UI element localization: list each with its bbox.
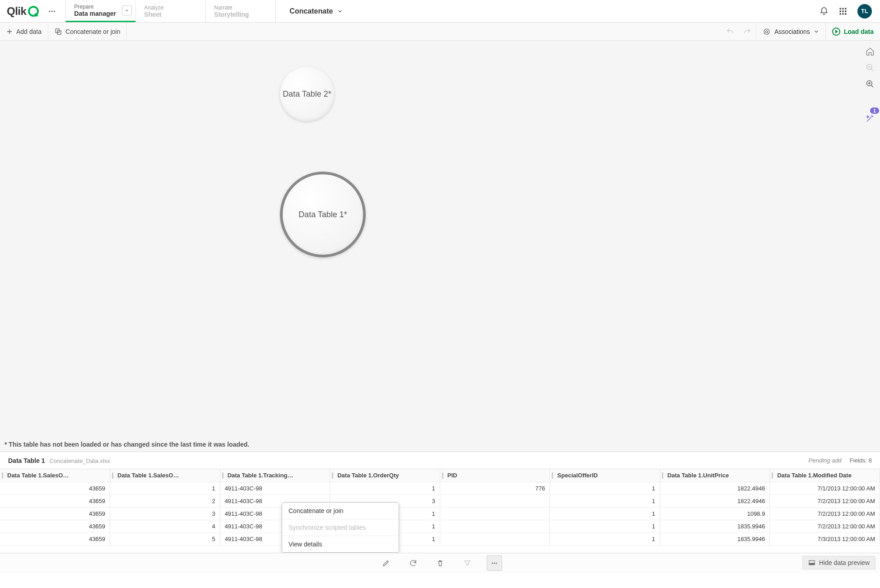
pending-status-label: Pending add [809, 457, 842, 464]
table-row[interactable]: 4365924911-403C-98311822.49467/2/2013 12… [0, 495, 880, 507]
zoom-in-icon[interactable] [866, 79, 875, 89]
header-right-icons: TL [811, 0, 880, 22]
notifications-icon[interactable] [819, 7, 829, 16]
load-data-button[interactable]: Load data [825, 23, 880, 40]
associations-canvas[interactable]: Data Table 2* Data Table 1* * This table… [0, 41, 880, 452]
column-header[interactable]: Data Table 1.OrderQty [330, 469, 440, 482]
redo-button [739, 28, 756, 36]
undo-button [722, 28, 739, 36]
table-cell: 5 [110, 532, 220, 545]
table-bubble-data-table-2[interactable]: Data Table 2* [280, 67, 334, 121]
chevron-down-icon[interactable] [122, 5, 132, 15]
table-cell: 1 [550, 520, 660, 532]
svg-rect-8 [845, 10, 846, 12]
preview-toolbar: Hide data preview [0, 553, 880, 573]
logo-section: Qlik [0, 0, 65, 22]
nav-tab-storytelling[interactable]: NarrateStorytelling [205, 0, 275, 22]
column-header[interactable]: Data Table 1.Tracking… [220, 469, 330, 482]
table-row[interactable]: 4365914911-403C-98177611822.49467/1/2013… [0, 482, 880, 495]
menu-item-concatenate-or-join[interactable]: Concatenate or join [282, 503, 399, 519]
table-cell: 1 [550, 495, 660, 507]
concatenate-join-label: Concatenate or join [65, 28, 120, 35]
table-cell: 1098.9 [660, 507, 770, 520]
home-icon[interactable] [866, 47, 875, 56]
global-more-icon[interactable] [45, 7, 59, 15]
user-avatar[interactable]: TL [857, 4, 872, 19]
recommendations-button[interactable]: 1 [866, 114, 875, 123]
canvas-tools: 1 [860, 41, 880, 123]
nav-tab-sheet[interactable]: AnalyzeSheet [135, 0, 205, 22]
delete-icon[interactable] [433, 555, 448, 571]
magic-wand-icon [866, 114, 875, 123]
table-context-menu: Concatenate or joinSynchronize scripted … [282, 502, 399, 553]
more-options-icon[interactable] [487, 555, 502, 571]
nav-tabs: PrepareData managerAnalyzeSheetNarrateSt… [65, 0, 275, 22]
table-cell: 1 [550, 507, 660, 520]
table-cell: 1 [110, 482, 220, 495]
hide-preview-label: Hide data preview [819, 559, 870, 566]
action-bar: Add data Concatenate or join Association… [0, 23, 880, 41]
table-cell: 2 [110, 495, 220, 507]
load-data-label: Load data [844, 28, 874, 35]
table-cell: 43659 [0, 520, 110, 532]
table-cell: 43659 [0, 495, 110, 507]
table-bubble-data-table-1[interactable]: Data Table 1* [280, 172, 366, 257]
table-row[interactable]: 4365934911-403C-98111098.97/2/2013 12:00… [0, 507, 880, 520]
table-cell: 43659 [0, 532, 110, 545]
refresh-icon[interactable] [405, 555, 421, 571]
svg-rect-3 [840, 8, 841, 9]
zoom-out-icon[interactable] [866, 63, 875, 72]
associations-dropdown[interactable]: Associations [756, 23, 825, 40]
table-row[interactable]: 4365954911-403C-98111835.99467/3/2013 12… [0, 532, 880, 545]
svg-point-19 [494, 563, 495, 564]
logo-text: Qlik [7, 5, 26, 18]
column-header[interactable]: Data Table 1.SalesO… [110, 469, 220, 482]
fields-count-label: Fields: 8 [850, 457, 872, 464]
app-name-dropdown[interactable]: Concatenate [275, 0, 811, 22]
svg-point-0 [49, 10, 51, 12]
column-header[interactable]: Data Table 1.SalesO… [0, 469, 110, 482]
svg-rect-4 [842, 8, 843, 9]
svg-point-18 [492, 563, 493, 564]
concatenate-join-button[interactable]: Concatenate or join [48, 23, 127, 40]
column-header[interactable]: SpecialOfferID [550, 469, 660, 482]
preview-table-name: Data Table 1 [8, 457, 45, 464]
nav-tab-data-manager[interactable]: PrepareData manager [65, 0, 135, 22]
add-data-button[interactable]: Add data [0, 23, 48, 40]
table-cell: 7/3/2013 12:00:00 AM [770, 532, 880, 545]
app-name-label: Concatenate [289, 7, 333, 15]
tab-category: Analyze [144, 5, 197, 11]
app-launcher-icon[interactable] [838, 7, 847, 16]
tab-title: Data manager [74, 10, 127, 17]
qlik-logo: Qlik [7, 5, 39, 18]
avatar-initials: TL [861, 8, 868, 14]
column-header[interactable]: PID [440, 469, 550, 482]
table-cell: 43659 [0, 507, 110, 520]
table-cell: 1835.9946 [660, 520, 770, 532]
canvas-footnote: * This table has not been loaded or has … [5, 441, 249, 448]
table-cell: 4911-403C-98 [220, 482, 330, 495]
table-cell: 7/1/2013 12:00:00 AM [770, 482, 880, 495]
tab-category: Prepare [74, 4, 127, 10]
bubble-label: Data Table 1* [298, 210, 347, 219]
tab-title: Sheet [144, 11, 197, 18]
hide-data-preview-button[interactable]: Hide data preview [802, 556, 875, 569]
bubble-label: Data Table 2* [283, 89, 331, 99]
table-cell: 1 [550, 532, 660, 545]
menu-item-view-details[interactable]: View details [282, 536, 399, 552]
menu-item-synchronize-scripted-tables: Synchronize scripted tables [282, 519, 399, 536]
table-cell: 1835.9946 [660, 532, 770, 545]
table-row[interactable]: 4365944911-403C-98111835.99467/2/2013 12… [0, 520, 880, 532]
svg-rect-11 [845, 13, 846, 14]
add-data-label: Add data [16, 28, 42, 35]
svg-rect-7 [842, 10, 843, 12]
table-cell [440, 507, 550, 520]
edit-icon[interactable] [378, 555, 394, 571]
data-preview-grid[interactable]: Data Table 1.SalesO…Data Table 1.SalesO…… [0, 469, 880, 553]
chevron-down-icon [814, 29, 819, 34]
svg-rect-10 [842, 13, 843, 14]
svg-point-2 [54, 10, 55, 12]
column-header[interactable]: Data Table 1.Modified Date [770, 469, 880, 482]
svg-rect-6 [840, 10, 841, 12]
column-header[interactable]: Data Table 1.UnitPrice [660, 469, 770, 482]
